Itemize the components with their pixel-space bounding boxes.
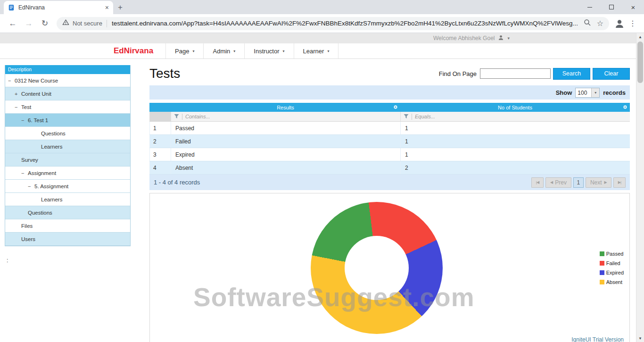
omnibox[interactable]: Not secure testtalent.ednirvana.com/App?… (57, 17, 609, 30)
next-label: Next (590, 179, 602, 186)
forward-button[interactable]: → (22, 17, 35, 30)
welcome-text: Welcome Abhishek Goel (433, 35, 495, 42)
column-header-no-of-students[interactable]: No of Students (400, 103, 630, 112)
filter-funnel-icon[interactable] (174, 114, 179, 120)
tree-item-survey[interactable]: Survey (5, 153, 130, 167)
column-header-results[interactable]: Results (171, 103, 400, 112)
donut-hole (345, 236, 409, 300)
students-filter-input[interactable]: Equals... (400, 112, 630, 121)
last-page-icon: ▶| (618, 180, 621, 184)
tree-item-label: 0312 New Course (15, 78, 58, 83)
current-page-button[interactable]: 1 (573, 177, 584, 188)
filter-divider (412, 114, 412, 120)
records-per-page-select[interactable]: 100 ▾ (575, 88, 600, 98)
browser-titlebar: EdNirvana × + × (0, 0, 644, 14)
legend-item-absent: Absent (600, 279, 624, 285)
nav-item-label: Learner (303, 48, 324, 55)
tree-item-users[interactable]: Users (5, 233, 130, 246)
window-controls: × (579, 0, 644, 14)
filter-row: Contains... Equals... (149, 112, 630, 122)
table-row-failed[interactable]: 2Failed1 (149, 135, 630, 148)
nav-item-page[interactable]: Page ▾ (165, 43, 203, 58)
table-row-absent[interactable]: 4Absent2 (149, 161, 630, 175)
grid-pager: 1 - 4 of 4 records |◀ ◀ Prev 1 Next ▶ ▶| (149, 175, 630, 190)
user-icon[interactable] (498, 34, 504, 42)
collapse-icon[interactable]: − (28, 184, 34, 189)
nav-item-admin[interactable]: Admin ▾ (203, 43, 244, 58)
scrollbar-up-icon[interactable]: ▲ (636, 33, 644, 41)
browser-tab[interactable]: EdNirvana × (4, 1, 113, 14)
tree-item-learners[interactable]: Learners (5, 140, 130, 153)
zoom-icon[interactable] (584, 19, 591, 28)
profile-avatar-icon[interactable] (613, 17, 626, 30)
find-on-page-input[interactable] (480, 68, 551, 79)
tab-close-icon[interactable]: × (105, 4, 109, 11)
page-scrollbar[interactable]: ▲ ▼ (636, 33, 644, 342)
filter-corner-cell (149, 112, 171, 121)
result-cell: Passed (171, 122, 400, 134)
not-secure-warning-icon[interactable] (62, 19, 69, 28)
tree-item-6-test-1[interactable]: −6. Test 1 (5, 114, 130, 127)
tree-item-label: Questions (28, 210, 52, 216)
select-dropdown-icon[interactable]: ▾ (591, 88, 599, 97)
filter-funnel-icon[interactable] (404, 114, 409, 120)
scrollbar-thumb[interactable] (637, 42, 643, 83)
legend-item-failed: Failed (600, 260, 624, 266)
legend-label: Failed (606, 260, 620, 266)
search-button[interactable]: Search (553, 68, 590, 80)
last-page-button[interactable]: ▶| (613, 177, 626, 188)
user-menu-caret-icon[interactable]: ▾ (507, 36, 510, 41)
reload-button[interactable]: ↻ (38, 17, 51, 30)
records-label: records (603, 89, 626, 96)
not-secure-label[interactable]: Not secure (73, 20, 102, 27)
column-settings-gear-icon[interactable] (393, 104, 398, 111)
tree-item-files[interactable]: Files (5, 219, 130, 233)
new-tab-button[interactable]: + (113, 1, 127, 14)
results-filter-input[interactable]: Contains... (171, 112, 400, 121)
tree-item-assignment[interactable]: −Assignment (5, 167, 130, 180)
site-navbar: EdNirvana Page ▾ Admin ▾ Instructor ▾ Le… (0, 43, 636, 59)
prev-page-button[interactable]: ◀ Prev (545, 177, 571, 188)
nav-item-instructor[interactable]: Instructor ▾ (244, 43, 293, 58)
tree-item-learners[interactable]: Learners (5, 193, 130, 206)
bookmark-star-icon[interactable]: ☆ (597, 20, 603, 27)
collapse-icon[interactable]: − (21, 117, 28, 123)
collapse-icon[interactable]: − (8, 78, 15, 83)
legend-swatch (600, 251, 604, 256)
minimize-icon (587, 7, 592, 8)
brand-logo[interactable]: EdNirvana (114, 43, 165, 58)
tree-item-test[interactable]: −Test (5, 100, 130, 114)
clear-button[interactable]: Clear (593, 68, 630, 80)
tree-item-questions[interactable]: Questions (5, 206, 130, 219)
row-number-cell: 1 (149, 122, 171, 134)
legend-label: Passed (606, 251, 624, 257)
column-settings-gear-icon[interactable] (622, 104, 628, 111)
url-text[interactable]: testtalent.ednirvana.com/App?task=H4sIAA… (112, 20, 579, 27)
tree-item-0312-new-course[interactable]: −0312 New Course (5, 74, 130, 87)
tree-item-questions[interactable]: Questions (5, 127, 130, 140)
expand-icon[interactable]: + (15, 91, 21, 97)
content-area: Description −0312 New Course+Content Uni… (0, 59, 636, 342)
scrollbar-down-icon[interactable]: ▼ (636, 334, 644, 342)
tree-item-content-unit[interactable]: +Content Unit (5, 87, 130, 100)
back-button[interactable]: ← (6, 17, 19, 30)
window-close-button[interactable]: × (622, 0, 644, 14)
students-cell: 1 (400, 122, 630, 134)
legend-swatch (600, 270, 604, 275)
browser-menu-icon[interactable]: ⋮ (629, 19, 636, 28)
chart-legend: PassedFailedExpiredAbsent (600, 251, 624, 285)
first-page-button[interactable]: |◀ (531, 177, 544, 188)
stray-text: : (7, 257, 8, 264)
nav-item-learner[interactable]: Learner ▾ (294, 43, 339, 58)
page-title: Tests (149, 66, 180, 81)
maximize-button[interactable] (601, 0, 622, 14)
collapse-icon[interactable]: − (21, 170, 28, 176)
tree-item-label: Test (21, 104, 31, 110)
table-row-passed[interactable]: 1Passed1 (149, 122, 630, 135)
minimize-button[interactable] (579, 0, 601, 14)
collapse-icon[interactable]: − (15, 104, 21, 110)
table-row-expired[interactable]: 3Expired1 (149, 148, 630, 161)
next-page-button[interactable]: Next ▶ (586, 177, 611, 188)
legend-label: Expired (606, 270, 624, 275)
tree-item-5-assignment[interactable]: −5. Assignment (5, 180, 130, 193)
